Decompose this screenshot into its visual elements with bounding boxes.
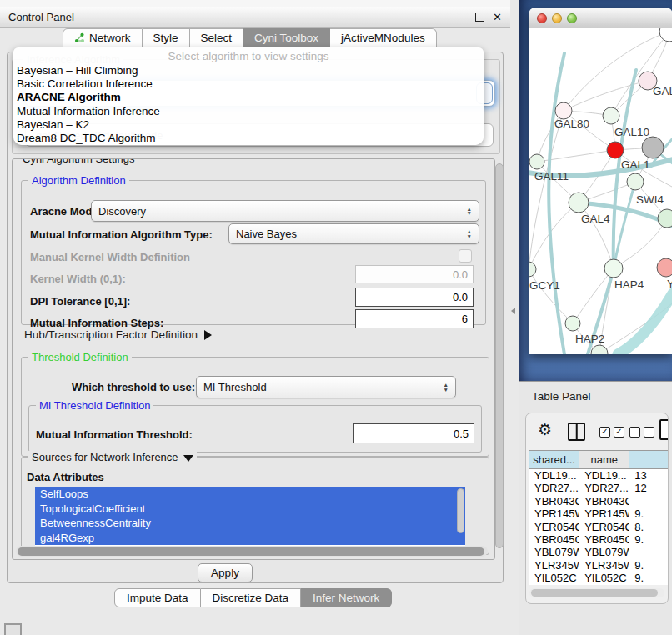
tab-network[interactable]: Network (63, 28, 143, 48)
zoom-traffic-light-icon[interactable] (567, 13, 577, 23)
tab-style[interactable]: Style (143, 28, 190, 48)
algorithm-option[interactable]: Mutual Information Inference (13, 105, 484, 118)
network-node-gal80[interactable] (555, 102, 572, 119)
column-header[interactable]: name (579, 451, 629, 468)
node-label: GAL4 (581, 212, 610, 225)
table-row[interactable]: YIL052CYIL052C9. (529, 572, 669, 584)
aracne-mode-select[interactable]: Discovery ▲▼ (91, 200, 479, 222)
network-node-y[interactable] (657, 258, 672, 277)
table-cell: YER054C (579, 521, 629, 533)
float-window-icon[interactable] (475, 12, 484, 22)
manual-kernel-width-checkbox[interactable] (459, 249, 472, 262)
tab-discretize-data[interactable]: Discretize Data (201, 588, 302, 608)
kernel-width-field[interactable]: 0.0 (355, 265, 474, 283)
tab-impute-data-label: Impute Data (127, 592, 188, 604)
hub-tf-expander[interactable]: Hub/Transcription Factor Definition (24, 328, 212, 341)
tab-select[interactable]: Select (190, 28, 244, 48)
apply-button[interactable]: Apply (198, 563, 253, 582)
data-attribute-item[interactable]: TopologicalCoefficient (35, 502, 465, 517)
tab-impute-data[interactable]: Impute Data (114, 588, 201, 608)
kernel-width-value: 0.0 (453, 268, 468, 281)
which-threshold-select[interactable]: MI Threshold ▲▼ (196, 376, 456, 398)
minimize-traffic-light-icon[interactable] (552, 13, 562, 23)
node-table[interactable]: shared...name YDL19...YDL19...13YDR27...… (529, 450, 669, 585)
table-row[interactable]: YDR27...YDR27...12 (529, 482, 669, 494)
dpi-tolerance-label: DPI Tolerance [0,1]: (30, 295, 130, 308)
data-attribute-item[interactable]: gal4RGexp (35, 531, 465, 546)
table-cell: YDR27... (529, 482, 579, 494)
table-row[interactable]: YPR145WYPR145W9. (529, 508, 669, 520)
network-node-gal1[interactable] (607, 142, 624, 158)
table-hscrollbar-thumb[interactable] (531, 589, 658, 597)
mi-type-select[interactable]: Naive Bayes ▲▼ (228, 223, 479, 244)
close-traffic-light-icon[interactable] (537, 13, 547, 23)
network-node-hap4[interactable] (604, 259, 623, 278)
mi-steps-value: 6 (462, 312, 468, 325)
network-node-gal10[interactable] (603, 108, 619, 124)
cyni-bottom-tabbar: Impute Data Discretize Data Infer Networ… (114, 588, 392, 608)
data-attribute-item[interactable]: BetweennessCentrality (35, 516, 465, 531)
sources-legend[interactable]: Sources for Network Inference (28, 451, 197, 463)
kernel-width-label: Kernel Width (0,1): (30, 272, 126, 285)
tab-infer-network[interactable]: Infer Network (301, 588, 392, 608)
close-icon[interactable]: ✕ (493, 13, 502, 22)
algorithm-option[interactable]: Bayesian – K2 (13, 118, 484, 132)
table-hscrollbar[interactable] (529, 588, 664, 598)
gear-icon[interactable]: ⚙ (538, 420, 552, 439)
table-cell: YBR043C (579, 495, 629, 508)
column-header[interactable] (629, 451, 669, 468)
splitter-collapse-icon[interactable] (511, 308, 515, 314)
settings-vscrollbar[interactable] (495, 163, 504, 548)
node-label: GAL80 (554, 118, 589, 130)
table-cell: YIL052C (579, 572, 629, 584)
table-cell: YDL19... (529, 469, 579, 482)
network-node[interactable] (642, 137, 664, 158)
network-node[interactable] (659, 28, 672, 42)
settings-hscrollbar[interactable] (16, 546, 488, 557)
data-attributes-list[interactable]: SelfLoopsTopologicalCoefficientBetweenne… (35, 487, 465, 550)
cyni-algorithm-settings-group: Cyni Algorithm Settings Algorithm Defini… (12, 158, 495, 560)
settings-hscrollbar-thumb[interactable] (18, 548, 484, 556)
network-node-swi4[interactable] (627, 173, 644, 190)
table-cell: 9. (629, 572, 669, 584)
dpi-tolerance-field[interactable]: 0.0 (355, 288, 474, 307)
table-row[interactable]: YDL19...YDL19...13 (529, 469, 669, 482)
mi-steps-field[interactable]: 6 (355, 309, 474, 328)
network-node[interactable] (591, 345, 608, 354)
network-node-hap2[interactable] (565, 316, 580, 331)
table-row[interactable]: YBR045CYBR045C9. (529, 533, 669, 546)
algorithm-dropdown-popup: Select algorithm to view settings Bayesi… (13, 48, 484, 145)
network-node-gcy1[interactable] (529, 262, 536, 277)
settings-legend: Cyni Algorithm Settings (19, 158, 138, 165)
mi-type-value: Naive Bayes (236, 228, 297, 240)
algorithm-option[interactable]: Bayesian – Hill Climbing (13, 64, 484, 78)
dock-icon[interactable] (4, 623, 22, 635)
network-node-gal4[interactable] (569, 192, 589, 212)
table-cell: YDL19... (579, 469, 629, 482)
algorithm-option[interactable]: Basic Correlation Inference (13, 78, 484, 91)
list-scrollbar[interactable] (457, 488, 464, 533)
table-row[interactable]: YBL079WYBL079W (529, 546, 669, 558)
table-row[interactable]: YER054CYER054C8. (529, 521, 669, 533)
columns-icon[interactable] (568, 422, 585, 441)
tab-cyni-toolbox[interactable]: Cyni Toolbox (243, 28, 330, 48)
node-label: GAL10 (614, 126, 649, 138)
export-table-icon[interactable] (659, 419, 669, 440)
algorithm-definition-group: Algorithm Definition Aracne Mode: Discov… (21, 180, 486, 325)
network-window-titlebar[interactable] (529, 8, 672, 28)
network-view-window[interactable]: GALGAL80GAL10GAL1GAL11GAL4SWI4GCY1HAP4YH… (529, 8, 672, 354)
column-header[interactable]: shared... (529, 451, 579, 468)
algorithm-option[interactable]: Dream8 DC_TDC Algorithm (13, 132, 484, 145)
table-row[interactable]: YLR345WYLR345W9. (529, 559, 669, 572)
network-node-gal11[interactable] (529, 154, 544, 169)
select-all-checks-icon[interactable]: ✓✓ (599, 427, 624, 438)
tab-jactivemnodules[interactable]: jActiveMNodules (330, 28, 437, 48)
network-node[interactable] (658, 209, 672, 228)
table-cell: 9. (629, 533, 669, 546)
deselect-all-checks-icon[interactable] (629, 427, 654, 438)
table-row[interactable]: YBR043CYBR043C (529, 495, 669, 508)
mi-threshold-field[interactable]: 0.5 (353, 423, 474, 443)
network-canvas[interactable]: GALGAL80GAL10GAL1GAL11GAL4SWI4GCY1HAP4YH… (529, 28, 672, 354)
algorithm-option[interactable]: ARACNE Algorithm (13, 91, 484, 104)
data-attribute-item[interactable]: SelfLoops (35, 487, 465, 502)
